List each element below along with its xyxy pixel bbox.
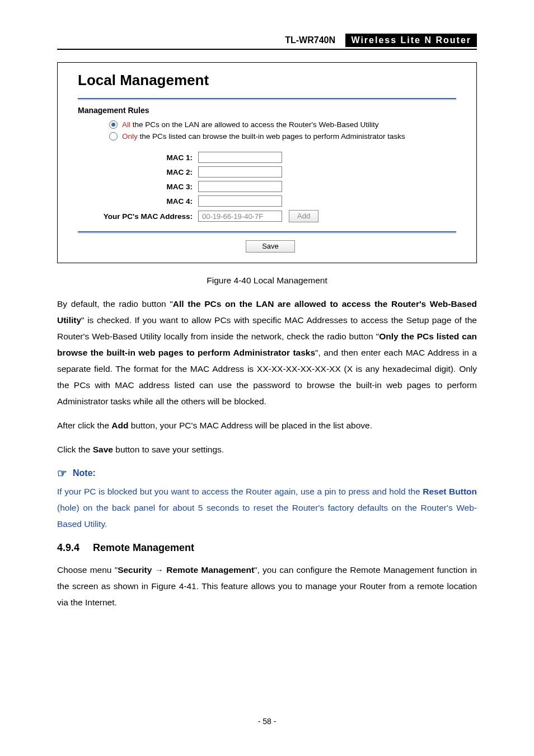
radio2-highlight: Only xyxy=(122,132,138,141)
pointing-hand-icon: ☞ xyxy=(57,466,67,480)
model-number: TL-WR740N xyxy=(282,34,340,46)
mac-row-2: MAC 2: xyxy=(78,166,456,178)
mac2-input[interactable] xyxy=(198,166,282,178)
section-title: Remote Management xyxy=(93,542,194,553)
mac-row-3: MAC 3: xyxy=(78,181,456,192)
radio-only-listed[interactable]: Only the PCs listed can browse the built… xyxy=(109,132,456,141)
radio-icon xyxy=(109,120,118,129)
divider xyxy=(78,98,456,99)
mac1-input[interactable] xyxy=(198,152,282,163)
radio1-text: the PCs on the LAN are allowed to access… xyxy=(130,120,379,129)
paragraph-remote-management: Choose menu "Security → Remote Managemen… xyxy=(57,562,477,610)
your-mac-input[interactable]: 00-19-66-19-40-7F xyxy=(198,211,282,222)
save-button[interactable]: Save xyxy=(246,240,295,253)
mac-row-4: MAC 4: xyxy=(78,195,456,207)
your-mac-row: Your PC's MAC Address: 00-19-66-19-40-7F… xyxy=(78,210,456,222)
add-button[interactable]: Add xyxy=(289,210,318,222)
radio2-text: the PCs listed can browse the built-in w… xyxy=(138,132,405,141)
paragraph-default-radio: By default, the radio button "All the PC… xyxy=(57,296,477,409)
radio-allow-all[interactable]: All the PCs on the LAN are allowed to ac… xyxy=(109,120,456,129)
mac3-label: MAC 3: xyxy=(78,183,198,191)
section-number: 4.9.4 xyxy=(57,542,79,553)
page-number: - 58 - xyxy=(0,717,534,726)
note-body: If your PC is blocked but you want to ac… xyxy=(57,483,477,532)
figure-caption: Figure 4-40 Local Management xyxy=(0,276,534,286)
product-name: Wireless Lite N Router xyxy=(345,34,477,47)
paragraph-add-button: After click the Add button, your PC's MA… xyxy=(57,417,477,433)
local-management-screenshot: Local Management Management Rules All th… xyxy=(57,62,477,263)
radio1-highlight: All xyxy=(122,120,130,129)
your-mac-label: Your PC's MAC Address: xyxy=(78,212,198,221)
panel-title: Local Management xyxy=(78,72,456,89)
mac3-input[interactable] xyxy=(198,181,282,192)
page-header: TL-WR740N Wireless Lite N Router xyxy=(57,34,477,50)
note-heading: ☞ Note: xyxy=(57,466,477,480)
mac2-label: MAC 2: xyxy=(78,168,198,176)
mac1-label: MAC 1: xyxy=(78,153,198,162)
section-heading: 4.9.4Remote Management xyxy=(57,542,477,554)
mac4-label: MAC 4: xyxy=(78,197,198,206)
paragraph-save-button: Click the Save button to save your setti… xyxy=(57,441,477,458)
radio-icon xyxy=(109,132,118,141)
subheading: Management Rules xyxy=(78,106,456,115)
divider xyxy=(78,231,456,232)
mac-row-1: MAC 1: xyxy=(78,152,456,163)
mac4-input[interactable] xyxy=(198,195,282,207)
